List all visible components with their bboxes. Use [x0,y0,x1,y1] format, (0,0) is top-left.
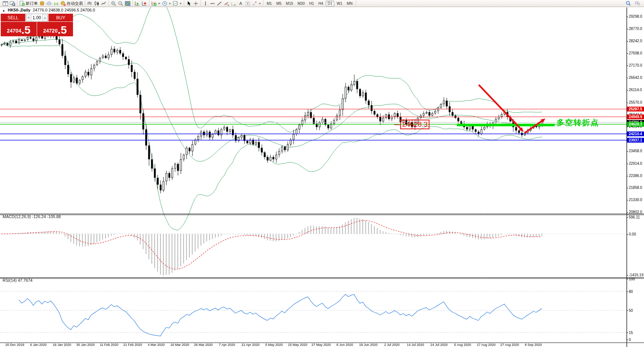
crosshair-icon [193,1,199,6]
chart-shift-button[interactable] [141,0,148,7]
market-data-button[interactable] [39,0,46,7]
indicators-caret-icon[interactable]: ▼ [158,2,160,5]
date-axis-label: 8 Jun 2020 [336,343,353,347]
text-label-icon: T [245,1,250,6]
volume-stepper: ▼ 1.00 ▲ [26,14,48,21]
periods-caret-icon[interactable]: ▼ [169,2,171,5]
date-axis-label: 7 Apr 2020 [219,343,235,347]
price-axis-tick: 26114.0 [629,88,642,92]
date-axis-label: 17 Aug 2020 [477,343,496,347]
market-data-icon [39,1,45,6]
templates-caret-icon[interactable]: ▼ [179,2,182,5]
arrows-button[interactable]: ▼ [251,0,262,7]
date-axis-label: 27 Aug 2020 [500,343,519,347]
chart-header: ▲ HK50-,Daily 24776.0 24838.0 24596.5 24… [2,8,95,12]
bar-chart-button[interactable] [86,0,93,7]
cursor-icon [186,1,192,6]
timeframe-w1-button[interactable]: W1 [335,1,344,6]
date-axis-label: 24 Jul 2020 [431,343,448,347]
chart-canvas[interactable] [0,0,644,347]
trendline-button[interactable] [216,0,223,7]
rsi-value: 47.7674 [18,278,33,283]
mql5-cloud-icon [46,1,52,6]
zoom-in-button[interactable] [110,0,117,7]
volume-down-icon[interactable]: ▼ [26,14,31,21]
timeframe-h4-button[interactable]: H4 [316,1,325,6]
mql5-cloud-button[interactable] [46,0,53,7]
timeframe-m15-button[interactable]: M15 [284,1,295,6]
templates-icon [173,1,178,6]
collapse-trade-panel-icon[interactable]: ▲ [2,9,5,12]
arrows-icon [252,1,258,6]
text-button[interactable]: A [237,0,244,7]
new-order-button[interactable]: 新订单 [19,0,39,7]
ohlc-open: 24776.0 [33,8,47,12]
crosshair-button[interactable] [192,0,199,7]
date-axis-label: 27 May 2020 [312,343,331,347]
templates-button[interactable]: ▼ [172,0,183,7]
macd-signal-value: -105.88 [47,214,61,219]
timeframe-m5-button[interactable]: M5 [275,1,283,6]
window-zoom-icon [10,1,15,6]
zoom-out-button[interactable] [117,0,124,7]
svg-text:T: T [247,2,249,6]
volume-up-icon[interactable]: ▲ [42,14,48,21]
buy-price-panel[interactable]: 24720.5 [37,22,73,36]
macd-main-value: -126.24 [32,214,46,219]
rsi-label: RSI(14) 47.7674 [3,278,33,283]
macd-axis-tick: 596.11 [629,215,640,219]
tile-windows-button[interactable] [124,0,131,7]
chart-windows-button[interactable] [2,0,9,7]
ohlc-low: 24596.5 [64,8,79,12]
ohlc-close: 24706.0 [80,8,95,12]
timeframe-d1-button[interactable]: D1 [326,1,334,6]
search-icon[interactable] [625,0,632,7]
date-axis-label: 11 Feb 2020 [100,343,118,347]
timeframe-m30-button[interactable]: M30 [296,1,306,6]
price-level-badge-blue: 24210.4 [627,131,644,136]
vertical-line-icon [203,1,208,6]
fibo-fan-button[interactable]: F [230,0,237,7]
periods-icon [162,1,167,6]
volume-field[interactable]: 1.00 [31,15,42,20]
auto-trading-button[interactable]: 自动交易 [60,0,84,7]
price-axis-tick: 22386.0 [629,174,642,178]
indicators-button[interactable]: ▼ [150,0,161,7]
buy-button[interactable]: BUY [49,14,73,21]
timeframe-mn-button[interactable]: MN [345,1,355,6]
sell-price-panel[interactable]: 24704.5 [1,22,37,36]
arrows-caret-icon[interactable]: ▼ [259,2,261,5]
sell-price-big: .5 [21,24,30,36]
auto-trading-label: 自动交易 [67,0,83,7]
date-axis-label: 8 Sep 2020 [525,343,542,347]
symbol-period-title: HK50-,Daily [8,8,30,12]
line-chart-button[interactable] [100,0,107,7]
timeframe-m1-button[interactable]: M1 [265,1,274,6]
chat-icon[interactable] [634,0,641,7]
price-axis-tick: 25570.0 [629,100,642,104]
toolbar-groups: 新订单自动交易▼▼▼EFAT▼ [1,0,263,7]
timeframe-toolbar: M1M5M15M30H1H4D1W1MN [263,0,356,7]
candlestick-chart-button[interactable] [93,0,100,7]
text-label-button[interactable]: T [244,0,251,7]
timeframe-h1-button[interactable]: H1 [307,1,316,6]
date-axis-label: 6 Jan 2020 [30,343,47,347]
svg-text:E: E [228,4,229,6]
window-zoom-button[interactable] [9,0,16,7]
turning-point-label: 多空转折点 [557,117,599,128]
horizontal-line-button[interactable] [209,0,216,7]
bar-chart-icon [87,1,93,6]
periods-button[interactable]: ▼ [161,0,172,7]
fibonacci-icon: E [224,1,229,6]
sell-button[interactable]: SELL [1,14,25,21]
price-annotation-box: 24628.3 [400,120,429,129]
cursor-button[interactable] [185,0,192,7]
chart-windows-icon [3,1,8,6]
macd-label: MACD(12,26,9) -126.24 -105.88 [3,214,61,219]
price-axis-tick: 28770.0 [629,27,642,31]
auto-scroll-button[interactable] [134,0,141,7]
signals-button[interactable] [53,0,60,7]
fibonacci-button[interactable]: E [223,0,230,7]
rsi-axis-tick: 100 [629,277,635,281]
vertical-line-button[interactable] [202,0,209,7]
